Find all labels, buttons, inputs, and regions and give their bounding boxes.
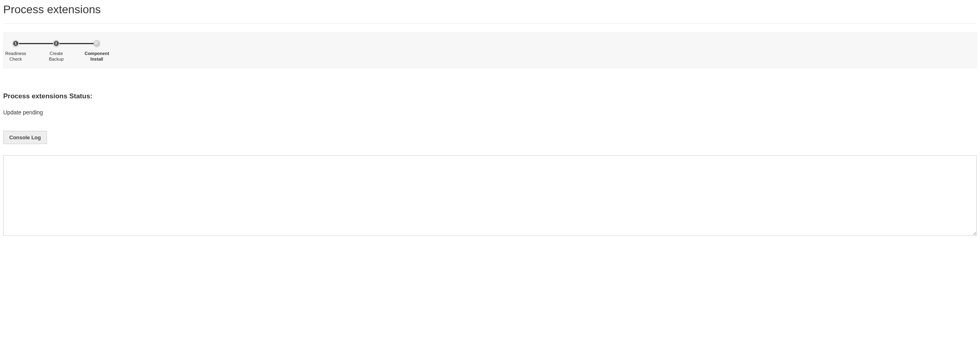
step-label-readiness: Readiness Check xyxy=(4,51,28,62)
status-heading: Process extensions Status: xyxy=(3,92,977,100)
step-track: 1 2 xyxy=(12,40,100,47)
console-log-output[interactable] xyxy=(3,155,977,236)
step-connector-2 xyxy=(59,43,94,44)
step-label-backup: Create Backup xyxy=(44,51,68,62)
title-divider xyxy=(3,23,977,24)
status-text: Update pending xyxy=(3,109,977,116)
step-circle-3 xyxy=(94,40,100,47)
console-log-button[interactable]: Console Log xyxy=(3,131,47,144)
step-label-component: Component Install xyxy=(83,51,111,62)
step-circle-1: 1 xyxy=(12,40,19,47)
page-title: Process extensions xyxy=(3,3,977,16)
progress-stepper: 1 2 Readiness Check Create Backup Compon… xyxy=(3,33,977,68)
step-connector-1 xyxy=(19,43,53,44)
step-circle-2: 2 xyxy=(53,40,59,47)
